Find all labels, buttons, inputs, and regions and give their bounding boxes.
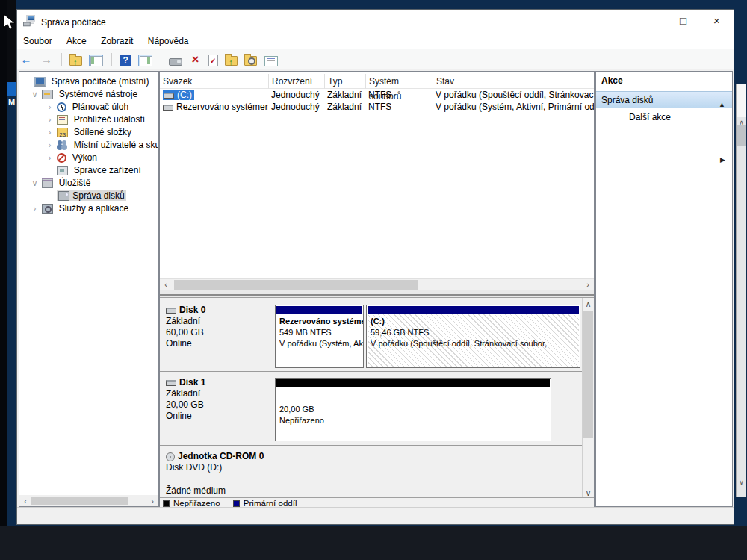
window-title: Správa počítače <box>41 17 106 28</box>
chevron-right-icon[interactable]: › <box>45 113 55 126</box>
volume-layout: Jednoduchý <box>268 89 324 101</box>
tree-item-label: Systémové nástroje <box>59 89 137 99</box>
partition-size: 549 MB NTFS <box>279 327 363 338</box>
scroll-right-icon[interactable]: › <box>583 279 592 290</box>
menu-file[interactable]: Soubor <box>17 34 58 48</box>
scrollbar-thumb[interactable] <box>31 497 128 505</box>
disk-management-pane: Svazek Rozvržení Typ Systém souborů Stav… <box>159 71 595 507</box>
storage-icon <box>42 178 53 188</box>
chevron-down-icon[interactable]: ∨ <box>30 88 40 101</box>
background-window-scrollbar[interactable]: ∧ ∨ <box>736 84 746 497</box>
disk0-header[interactable]: Disk 0 Základní 60,00 GB Online <box>160 299 273 371</box>
disk-tool-button[interactable] <box>169 58 182 66</box>
search-button[interactable] <box>244 56 257 66</box>
disk-icon <box>166 308 176 314</box>
taskbar: e ›_ ∧ 20:36 20.03.2020 1 <box>0 526 747 560</box>
disk-name: Disk 1 <box>179 377 205 388</box>
legend: Nepřiřazeno Primární oddíl <box>160 497 594 508</box>
column-header-filesystem[interactable]: Systém souborů <box>365 74 433 89</box>
chevron-right-icon[interactable]: › <box>30 202 40 215</box>
partition-c-selected[interactable]: (C:) 59,46 GB NTFS V pořádku (Spouštěcí … <box>366 305 580 368</box>
more-actions-item[interactable]: Další akce ▶ <box>596 110 732 125</box>
tree-item-local-users-groups[interactable]: › Místní uživatelé a skupiny <box>19 139 158 152</box>
toolbar-separator <box>161 53 161 66</box>
disk-graph-vertical-scrollbar[interactable]: ∧ ∨ <box>582 298 594 497</box>
maximize-button[interactable]: □ <box>666 10 700 34</box>
disk-size: 60,00 GB <box>166 327 273 338</box>
scroll-down-icon[interactable]: ∨ <box>583 487 594 497</box>
check-volume-button[interactable]: ✓ <box>208 55 218 66</box>
disk-icon <box>166 380 176 386</box>
desktop-icon-fragment[interactable] <box>7 82 16 96</box>
forward-button[interactable]: → <box>40 52 53 67</box>
scrollbar-thumb[interactable] <box>583 311 593 438</box>
toolbar-separator <box>61 53 62 66</box>
scrollbar-thumb[interactable] <box>174 280 418 290</box>
submenu-arrow-icon[interactable]: ▶ <box>720 152 725 168</box>
tree-item-storage[interactable]: ∨ Úložiště <box>19 177 158 190</box>
title-bar[interactable]: Správa počítače – □ × <box>17 10 734 34</box>
scroll-right-icon[interactable]: › <box>148 495 157 507</box>
tree-item-device-manager[interactable]: Správce zařízení <box>19 164 158 177</box>
tree-item-performance[interactable]: › Výkon <box>19 152 158 164</box>
help-button[interactable]: ? <box>120 55 131 66</box>
delete-volume-button[interactable]: × <box>189 52 201 67</box>
cdrom-header[interactable]: Jednotka CD-ROM 0 Disk DVD (D:) Žádné mé… <box>160 446 273 497</box>
partition-name: (C:) <box>371 316 580 327</box>
minimize-button[interactable]: – <box>633 10 666 34</box>
task-scheduler-icon <box>57 102 66 112</box>
tree-item-system-tools[interactable]: ∨ Systémové nástroje <box>19 88 158 101</box>
partition-system-reserved[interactable]: Rezervováno systémem 549 MB NTFS V pořád… <box>275 305 364 368</box>
column-header-status[interactable]: Stav <box>433 74 594 89</box>
tree-item-computer-management[interactable]: Správa počítače (místní) <box>19 75 158 88</box>
users-icon <box>57 140 68 150</box>
disk1-header[interactable]: Disk 1 Základní 20,00 GB Online <box>160 372 273 445</box>
toolbar-separator <box>111 53 112 66</box>
disk-kind: Základní <box>166 316 273 327</box>
menu-help[interactable]: Nápověda <box>142 34 195 48</box>
toggle-console-tree-button[interactable] <box>89 55 103 66</box>
scroll-up-icon[interactable]: ∧ <box>583 298 594 309</box>
scroll-down-icon[interactable]: ∨ <box>737 479 746 486</box>
up-level-button[interactable] <box>69 56 82 66</box>
chevron-down-icon[interactable]: ∨ <box>30 177 40 190</box>
tree-item-task-scheduler[interactable]: › Plánovač úloh <box>19 101 158 113</box>
actions-pane: Akce Správa disků ▲ Další akce ▶ <box>595 71 733 507</box>
chevron-right-icon[interactable]: › <box>45 139 55 152</box>
partition-name: Rezervováno systémem <box>279 316 363 327</box>
pane-splitter[interactable] <box>160 290 594 297</box>
computer-icon <box>34 77 46 87</box>
column-header-layout[interactable]: Rozvržení <box>268 74 324 89</box>
column-header-type[interactable]: Typ <box>324 74 365 89</box>
actions-section-disk-management[interactable]: Správa disků ▲ <box>596 91 732 108</box>
toggle-action-pane-button[interactable] <box>138 55 152 66</box>
volume-icon <box>164 93 174 99</box>
chevron-right-icon[interactable]: › <box>45 101 55 113</box>
partition-status: Nepřiřazeno <box>279 415 551 426</box>
tree-item-label: Správce zařízení <box>74 165 141 175</box>
import-button[interactable] <box>225 56 238 66</box>
chevron-right-icon[interactable]: › <box>45 152 55 164</box>
tree-item-services-applications[interactable]: › Služby a aplikace <box>19 202 158 215</box>
tree-item-label: Místní uživatelé a skupiny <box>74 140 158 150</box>
properties-button[interactable] <box>264 56 278 66</box>
column-header-volume[interactable]: Svazek <box>160 74 268 89</box>
menu-action[interactable]: Akce <box>61 34 93 48</box>
tree-item-shared-folders[interactable]: › Sdílené složky <box>19 126 158 139</box>
volume-horizontal-scrollbar[interactable]: ‹ › <box>160 278 594 290</box>
chevron-right-icon[interactable]: › <box>45 126 55 139</box>
disk1-row: Disk 1 Základní 20,00 GB Online 20,00 GB… <box>160 372 582 446</box>
close-button[interactable]: × <box>700 10 734 34</box>
partition-unallocated[interactable]: 20,00 GB Nepřiřazeno <box>275 378 551 441</box>
tree-horizontal-scrollbar[interactable]: ‹ › <box>19 495 158 507</box>
tree-item-disk-management[interactable]: Správa disků <box>19 190 158 202</box>
disk-graph-area: Disk 0 Základní 60,00 GB Online Rezervov… <box>160 297 594 497</box>
back-button[interactable]: ← <box>19 52 33 67</box>
disk-size: 20,00 GB <box>166 399 273 411</box>
app-icon <box>23 15 37 27</box>
tree-item-event-viewer[interactable]: › Prohlížeč událostí <box>19 113 158 126</box>
menu-view[interactable]: Zobrazit <box>95 34 139 48</box>
scroll-left-icon[interactable]: ‹ <box>21 495 30 507</box>
scrollbar-thumb[interactable] <box>737 125 746 146</box>
scroll-left-icon[interactable]: ‹ <box>161 279 170 290</box>
